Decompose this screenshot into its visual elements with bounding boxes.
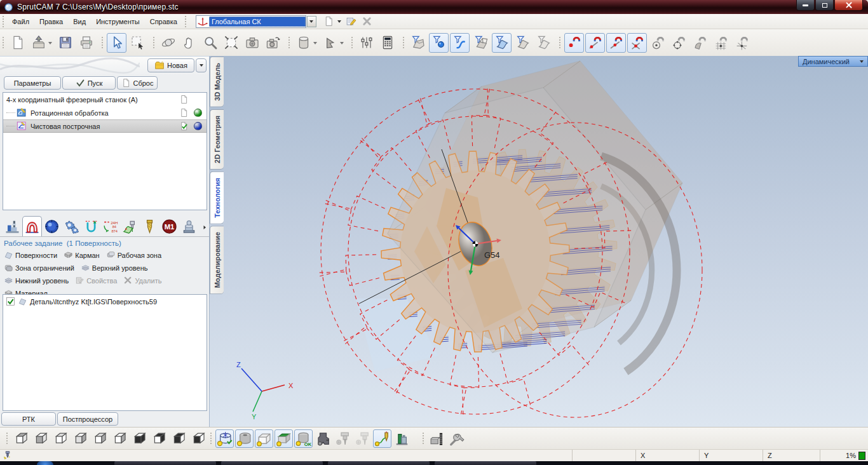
view-left-button[interactable] bbox=[51, 429, 69, 448]
mode-tab-strategy[interactable] bbox=[81, 216, 101, 236]
snap-axis-button[interactable] bbox=[732, 33, 752, 53]
snap-circle-button[interactable] bbox=[648, 33, 668, 53]
toolbar-grip[interactable] bbox=[6, 433, 9, 444]
menu-item-3[interactable]: Инструменты bbox=[91, 15, 145, 28]
toolbar-grip[interactable] bbox=[153, 37, 156, 48]
taskbar-item[interactable] bbox=[221, 461, 323, 465]
view-front-button[interactable] bbox=[90, 429, 109, 448]
new-operation-dropdown[interactable] bbox=[196, 58, 207, 72]
snap-line-button[interactable] bbox=[585, 33, 605, 53]
camera-button[interactable] bbox=[242, 33, 262, 53]
save-button[interactable] bbox=[55, 33, 75, 53]
checkbox-checked-icon[interactable] bbox=[6, 297, 15, 306]
toolbar-grip[interactable] bbox=[210, 433, 213, 444]
job-link-0-1[interactable]: Карман bbox=[64, 250, 99, 260]
close-button[interactable] bbox=[834, 0, 863, 11]
mode-tab-setup[interactable] bbox=[3, 216, 22, 236]
mode-tab-holder[interactable] bbox=[179, 216, 199, 236]
menu-item-2[interactable]: Вид bbox=[68, 15, 91, 28]
snap-quadrant-button[interactable] bbox=[669, 33, 689, 53]
view-solid-button[interactable] bbox=[31, 429, 50, 448]
sim-target-button[interactable] bbox=[275, 429, 293, 448]
measure-button[interactable] bbox=[428, 429, 446, 448]
wrench-button[interactable] bbox=[447, 429, 466, 448]
tree-row-0[interactable]: 4-х координатный фрезерный станок (А) bbox=[3, 93, 207, 106]
sim-machine-button[interactable] bbox=[314, 429, 332, 448]
select-button[interactable] bbox=[107, 33, 126, 53]
pick-button[interactable] bbox=[320, 33, 340, 53]
operations-tree[interactable]: 4-х координатный фрезерный станок (А)Рот… bbox=[3, 92, 207, 210]
surface-filter-button[interactable] bbox=[492, 33, 512, 53]
taskbar-item[interactable] bbox=[328, 461, 430, 465]
mode-tab-params[interactable] bbox=[62, 216, 81, 236]
check-page-icon[interactable] bbox=[179, 121, 189, 131]
menu-item-1[interactable]: Правка bbox=[34, 15, 68, 28]
edit-button[interactable] bbox=[344, 15, 358, 28]
taskbar-item[interactable] bbox=[435, 461, 536, 465]
job-link-0-0[interactable]: Поверхности bbox=[4, 250, 57, 260]
menu-item-4[interactable]: Справка bbox=[145, 15, 182, 28]
view-right-button[interactable] bbox=[71, 429, 89, 448]
toolbar-grip[interactable] bbox=[288, 37, 291, 48]
pan-button[interactable] bbox=[179, 33, 199, 53]
sliders-button[interactable] bbox=[356, 33, 376, 53]
action-button-1[interactable]: Пуск bbox=[62, 76, 116, 90]
list-item-0[interactable]: Деталь\Itcnthyz Kt[t.IGS\Поверхность59 bbox=[3, 295, 207, 308]
view-iso1-button[interactable] bbox=[130, 429, 148, 448]
mesh-filter-button[interactable] bbox=[471, 33, 491, 53]
toolbar-grip[interactable] bbox=[402, 37, 405, 48]
sim-toolpath-button[interactable] bbox=[373, 429, 391, 448]
sim-solid-button[interactable] bbox=[235, 429, 254, 448]
side-tab-3[interactable]: Моделирование bbox=[210, 226, 224, 294]
status-dot[interactable] bbox=[194, 109, 202, 117]
orbit-button[interactable] bbox=[158, 33, 178, 53]
mode-tab-workpiece[interactable] bbox=[22, 216, 42, 236]
sheet2-filter-button[interactable] bbox=[534, 33, 553, 53]
panel-bottom-button-1[interactable]: Постпроцессор bbox=[57, 412, 118, 426]
snap-shaded-button[interactable] bbox=[690, 33, 710, 53]
side-tab-2[interactable]: Технология bbox=[210, 172, 224, 224]
new-doc-button[interactable] bbox=[322, 15, 336, 28]
mode-tab-approach[interactable] bbox=[120, 216, 140, 236]
mode-tab-feeds[interactable]: 24H84874 bbox=[101, 216, 121, 236]
toolbar-grip[interactable] bbox=[2, 37, 5, 48]
action-button-0[interactable]: Параметры bbox=[4, 76, 61, 90]
coordinate-system-dropdown-button[interactable] bbox=[307, 16, 316, 27]
sim-wire-button[interactable] bbox=[215, 429, 234, 448]
view-iso4-button[interactable] bbox=[189, 429, 207, 448]
page-icon[interactable] bbox=[179, 108, 189, 118]
toolbar-grip[interactable] bbox=[184, 16, 187, 27]
job-link-2-0[interactable]: Нижний уровень bbox=[4, 276, 69, 285]
status-dot[interactable] bbox=[194, 122, 202, 130]
job-link-1-1[interactable]: Верхний уровень bbox=[81, 263, 148, 273]
snap-grid-button[interactable] bbox=[711, 33, 731, 53]
view-iso2-button[interactable] bbox=[149, 429, 168, 448]
sheet-filter-button[interactable] bbox=[513, 33, 532, 53]
toolbar-grip[interactable] bbox=[351, 37, 354, 48]
calculator-button[interactable] bbox=[377, 33, 397, 53]
mode-tab-tool[interactable] bbox=[140, 216, 159, 236]
job-link-0-2[interactable]: Рабочая зона bbox=[106, 250, 161, 260]
sim-ok-button[interactable]: OK bbox=[294, 429, 313, 448]
minimize-button[interactable] bbox=[796, 0, 815, 11]
new-operation-button[interactable]: Новая bbox=[147, 58, 194, 72]
toolbar-grip[interactable] bbox=[2, 16, 5, 27]
snap-point-button[interactable] bbox=[564, 33, 584, 53]
title-bar[interactable]: SprutCAM 7 C:\Users\My\Desktop\пример.st… bbox=[0, 0, 868, 14]
cylinder-button[interactable] bbox=[294, 33, 313, 53]
view-top-button[interactable] bbox=[11, 429, 30, 448]
coordinate-system-combo[interactable]: Глобальная СК bbox=[196, 15, 306, 28]
print-button[interactable] bbox=[76, 33, 96, 53]
view-iso3-button[interactable] bbox=[169, 429, 187, 448]
menu-item-0[interactable]: Файл bbox=[7, 15, 34, 28]
rect-select-button[interactable] bbox=[128, 33, 147, 53]
surface-list[interactable]: Деталь\Itcnthyz Kt[t.IGS\Поверхность59 bbox=[3, 294, 207, 411]
snap-cross-button[interactable] bbox=[627, 33, 647, 53]
panel-bottom-button-0[interactable]: РТК bbox=[1, 412, 56, 426]
start-orb[interactable] bbox=[37, 461, 53, 465]
mode-tabs-more[interactable] bbox=[199, 224, 207, 236]
page-icon[interactable] bbox=[179, 95, 189, 104]
toolbar-grip[interactable] bbox=[101, 37, 104, 48]
side-tab-0[interactable]: 3D Модель bbox=[210, 57, 224, 107]
curve-filter-button[interactable] bbox=[450, 33, 470, 53]
